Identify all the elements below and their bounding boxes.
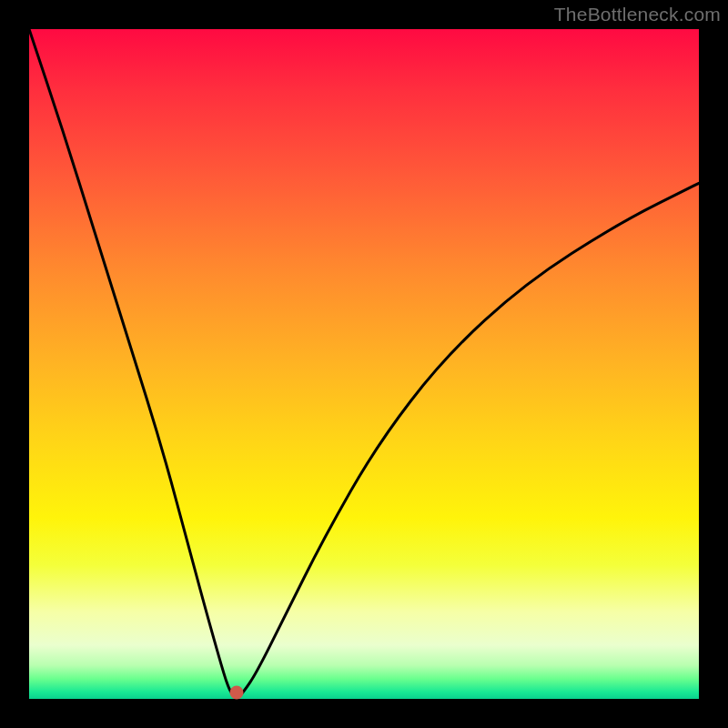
- plot-area: [29, 29, 699, 699]
- minimum-marker: [230, 685, 244, 699]
- chart-frame: TheBottleneck.com: [0, 0, 728, 728]
- curve-path: [29, 29, 699, 697]
- bottleneck-curve: [29, 29, 699, 699]
- watermark-text: TheBottleneck.com: [554, 4, 721, 25]
